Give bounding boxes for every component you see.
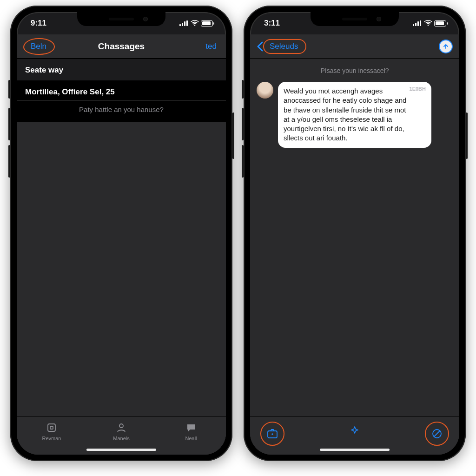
thread-prompt: PIsase youn inessacel?	[250, 59, 459, 80]
highlight-circle: Seleuds	[263, 39, 306, 54]
status-time: 9:11	[31, 19, 46, 28]
phone-right: 3:11 Seleuds	[244, 6, 466, 461]
tab-item-right[interactable]: Neall	[175, 422, 207, 441]
tab-bar: Revman Manels Neall	[17, 416, 226, 455]
chat-icon	[175, 422, 207, 434]
cellular-signal-icon	[179, 20, 188, 26]
highlight-circle	[260, 422, 284, 446]
camera-button[interactable]	[263, 424, 282, 443]
inbox-content: Seate way Mortillea, Offiere Sel, 25 Pat…	[17, 59, 226, 416]
sparkle-icon	[350, 426, 360, 436]
back-button[interactable]	[257, 41, 263, 52]
status-time: 3:11	[264, 19, 280, 28]
nav-left-button[interactable]: Beln	[28, 40, 49, 53]
svg-point-4	[271, 433, 273, 435]
compose-button[interactable]	[428, 424, 446, 443]
camera-icon	[267, 429, 278, 439]
navbar: Seleuds	[250, 34, 459, 59]
section-header: Seate way	[17, 59, 226, 81]
apps-button[interactable]	[345, 422, 364, 440]
person-icon	[105, 422, 138, 434]
svg-rect-1	[50, 426, 53, 429]
conversation-row[interactable]: Mortillea, Offiere Sel, 25	[17, 81, 226, 101]
notch	[77, 12, 165, 26]
svg-point-2	[119, 424, 123, 428]
info-button[interactable]	[439, 40, 453, 53]
battery-icon	[434, 20, 446, 26]
avatar[interactable]	[257, 82, 273, 99]
wifi-icon	[424, 20, 431, 26]
nav-right-button[interactable]: ted	[203, 40, 219, 53]
navbar: Beln Chassages ted	[17, 34, 226, 59]
tab-item-left[interactable]: Revman	[35, 422, 68, 441]
wifi-icon	[191, 20, 198, 26]
message-timestamp: 1E0BH	[410, 86, 426, 93]
home-indicator[interactable]	[320, 449, 390, 451]
circle-slash-icon	[431, 428, 443, 439]
message-text: Weald you mot accengh avages anoccassed …	[284, 86, 426, 143]
tab-label: Revman	[35, 436, 68, 441]
svg-rect-0	[48, 424, 55, 431]
conversation-preview: Paty hattle an you hanuse?	[17, 101, 226, 122]
phone-left: 9:11 Beln Chassages ted	[10, 6, 232, 461]
battery-icon	[201, 20, 213, 26]
message-bubble[interactable]: 1E0BH Weald you mot accengh avages anocc…	[278, 82, 431, 148]
home-indicator[interactable]	[86, 449, 156, 451]
arrow-up-icon	[443, 43, 449, 50]
highlight-circle	[425, 422, 449, 446]
notch	[311, 12, 399, 26]
message-row: 1E0BH Weald you mot accengh avages anocc…	[250, 80, 459, 150]
tab-label: Manels	[105, 436, 138, 441]
cellular-signal-icon	[413, 20, 421, 26]
highlight-circle: Beln	[23, 38, 55, 55]
tab-label: Neall	[175, 436, 207, 441]
tab-item-center[interactable]: Manels	[105, 422, 138, 441]
square-icon	[35, 422, 68, 434]
toolbar	[250, 416, 459, 455]
thread-content: PIsase youn inessacel? 1E0BH Weald you m…	[250, 59, 459, 416]
back-title[interactable]: Seleuds	[269, 41, 299, 52]
